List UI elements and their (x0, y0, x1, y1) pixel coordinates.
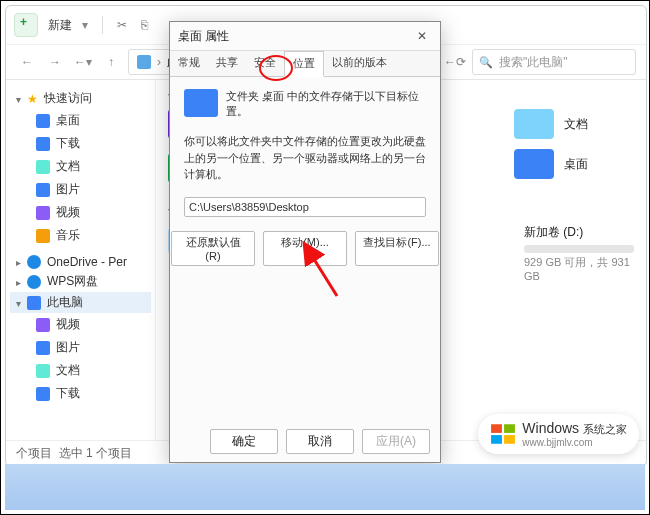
taskbar (5, 464, 645, 510)
new-label: 新建 (48, 17, 72, 34)
picture-icon (36, 183, 50, 197)
sidebar-item-downloads[interactable]: 下载 (10, 382, 151, 405)
find-target-button[interactable]: 查找目标(F)... (355, 231, 439, 266)
sidebar-item-documents[interactable]: 文档 (10, 155, 151, 178)
folder-desktop[interactable]: 桌面 (514, 149, 634, 179)
dialog-actions: 确定 取消 应用(A) (210, 429, 430, 454)
refresh-button[interactable]: ⟳ (444, 51, 466, 73)
chevron-down-icon[interactable]: ▾ (82, 18, 88, 32)
sidebar-wps[interactable]: WPS网盘 (10, 271, 151, 292)
svg-rect-2 (504, 424, 515, 433)
up-button[interactable] (100, 51, 122, 73)
sidebar-item-music[interactable]: 音乐 (10, 224, 151, 247)
svg-rect-3 (491, 435, 502, 444)
desktop-icon (36, 114, 50, 128)
apply-button[interactable]: 应用(A) (362, 429, 430, 454)
desktop-icon (514, 149, 554, 179)
sidebar-item-desktop[interactable]: 桌面 (10, 109, 151, 132)
dialog-body: 文件夹 桌面 中的文件存储于以下目标位置。 你可以将此文件夹中文件存储的位置更改… (170, 77, 440, 278)
ok-button[interactable]: 确定 (210, 429, 278, 454)
sidebar-item-videos[interactable]: 视频 (10, 313, 151, 336)
sidebar-item-videos[interactable]: 视频 (10, 201, 151, 224)
cut-icon[interactable] (117, 18, 131, 32)
chevron-down-icon[interactable]: ▾ (72, 51, 94, 73)
download-icon (36, 137, 50, 151)
dialog-description: 你可以将此文件夹中文件存储的位置更改为此硬盘上的另一个位置、另一个驱动器或网络上… (184, 133, 426, 183)
cancel-button[interactable]: 取消 (286, 429, 354, 454)
sidebar-this-pc[interactable]: 此电脑 (10, 292, 151, 313)
pc-icon (137, 55, 151, 69)
copy-icon[interactable] (141, 18, 155, 32)
sidebar-item-pictures[interactable]: 图片 (10, 336, 151, 359)
svg-rect-4 (504, 435, 515, 444)
tab-share[interactable]: 共享 (208, 51, 246, 76)
drive-sub: 929 GB 可用，共 931 GB (524, 255, 634, 282)
search-icon (479, 55, 493, 69)
path-input[interactable]: C:\Users\83859\Desktop (184, 197, 426, 217)
restore-default-button[interactable]: 还原默认值(R) (171, 231, 255, 266)
document-icon (36, 160, 50, 174)
star-icon: ★ (27, 92, 38, 106)
download-icon (36, 387, 50, 401)
sidebar: ★快速访问 桌面 下载 文档 图片 视频 音乐 OneDrive - Per W… (6, 80, 156, 440)
video-icon (36, 318, 50, 332)
folder-icon (184, 89, 218, 117)
back-button[interactable] (16, 51, 38, 73)
documents-icon (514, 109, 554, 139)
sidebar-item-documents[interactable]: 文档 (10, 359, 151, 382)
drive-d[interactable]: 新加卷 (D:) 929 GB 可用，共 931 GB (514, 224, 634, 282)
forward-button[interactable] (44, 51, 66, 73)
svg-rect-1 (491, 424, 502, 433)
move-button[interactable]: 移动(M)... (263, 231, 347, 266)
close-button[interactable]: ✕ (412, 29, 432, 43)
new-button[interactable] (14, 13, 38, 37)
properties-dialog: 桌面 属性 ✕ 常规 共享 安全 位置 以前的版本 文件夹 桌面 中的文件存储于… (169, 21, 441, 463)
sidebar-quick-access[interactable]: ★快速访问 (10, 88, 151, 109)
watermark: Windows 系统之家 www.bjjmlv.com (478, 414, 639, 454)
chevron-right-icon: › (157, 55, 161, 69)
sidebar-item-pictures[interactable]: 图片 (10, 178, 151, 201)
dialog-titlebar: 桌面 属性 ✕ (170, 22, 440, 51)
drive-label: 新加卷 (D:) (524, 224, 634, 241)
search-input[interactable]: 搜索"此电脑" (472, 49, 636, 75)
tab-previous[interactable]: 以前的版本 (324, 51, 395, 76)
picture-icon (36, 341, 50, 355)
tab-location[interactable]: 位置 (284, 51, 324, 77)
wps-icon (27, 275, 41, 289)
tab-security[interactable]: 安全 (246, 51, 284, 76)
sidebar-onedrive[interactable]: OneDrive - Per (10, 253, 151, 271)
windows-logo-icon (490, 421, 516, 447)
video-icon (36, 206, 50, 220)
pc-icon (27, 296, 41, 310)
drive-usage-bar (524, 245, 634, 253)
dialog-tabs: 常规 共享 安全 位置 以前的版本 (170, 51, 440, 77)
document-icon (36, 364, 50, 378)
search-placeholder: 搜索"此电脑" (499, 54, 568, 71)
sidebar-item-downloads[interactable]: 下载 (10, 132, 151, 155)
tab-general[interactable]: 常规 (170, 51, 208, 76)
onedrive-icon (27, 255, 41, 269)
folder-documents[interactable]: 文档 (514, 109, 634, 139)
dialog-title: 桌面 属性 (178, 28, 229, 45)
music-icon (36, 229, 50, 243)
